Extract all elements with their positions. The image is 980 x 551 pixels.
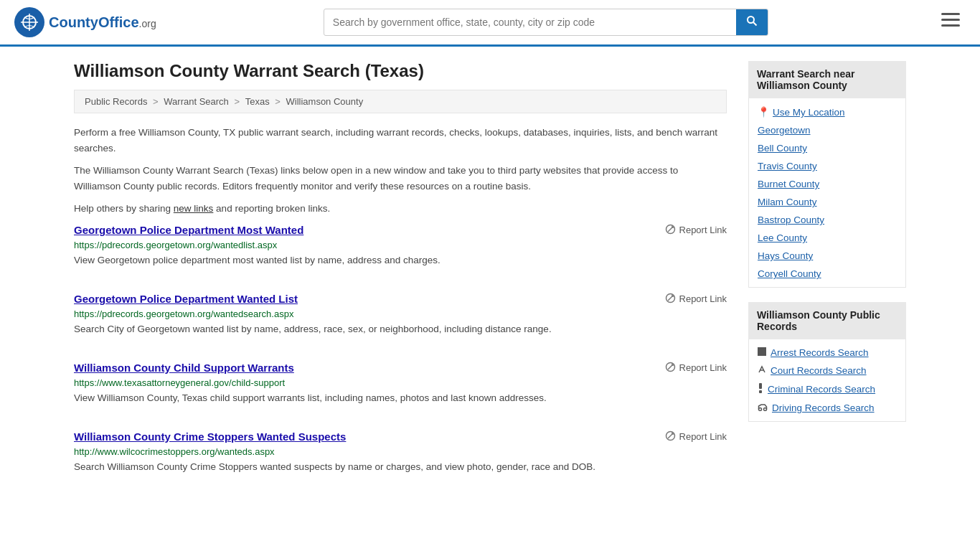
hamburger-menu[interactable]	[936, 10, 966, 34]
main-content: Williamson County Warrant Search (Texas)…	[74, 61, 727, 499]
sidebar-nearby-heading: Warrant Search near Williamson County	[748, 61, 906, 98]
record-icon-1	[758, 365, 766, 376]
search-input[interactable]	[324, 11, 736, 34]
search-button[interactable]	[736, 9, 768, 35]
result-header-2: Williamson County Child Support Warrants…	[74, 362, 727, 375]
svg-rect-6	[941, 13, 960, 15]
breadcrumb: Public Records > Warrant Search > Texas …	[74, 90, 727, 113]
breadcrumb-link-williamson[interactable]: Williamson County	[286, 96, 364, 107]
nearby-item-2: Bell County	[749, 139, 905, 157]
nearby-item-6: Bastrop County	[749, 211, 905, 229]
desc-paragraph-3: Help others by sharing new links and rep…	[74, 201, 727, 217]
record-icon-3	[758, 402, 768, 413]
location-icon: 📍	[758, 107, 770, 118]
report-link-3[interactable]: Report Link	[665, 430, 727, 443]
new-links-link[interactable]: new links	[174, 203, 214, 214]
record-link-2[interactable]: Criminal Records Search	[768, 384, 875, 395]
nearby-link-0[interactable]: Use My Location	[773, 107, 845, 118]
nearby-link-6[interactable]: Bastrop County	[758, 215, 824, 225]
breadcrumb-link-texas[interactable]: Texas	[245, 96, 270, 107]
svg-rect-8	[941, 24, 960, 27]
record-item-2: Criminal Records Search	[749, 380, 905, 399]
logo-area: CountyOffice.org	[14, 7, 156, 37]
page-title: Williamson County Warrant Search (Texas)	[74, 61, 727, 81]
result-title-0[interactable]: Georgetown Police Department Most Wanted	[74, 224, 303, 236]
nearby-link-3[interactable]: Travis County	[758, 161, 817, 171]
logo-text: CountyOffice.org	[49, 14, 156, 31]
breadcrumb-link-public-records[interactable]: Public Records	[85, 96, 147, 107]
result-url-1[interactable]: https://pdrecords.georgetown.org/wanteds…	[74, 309, 727, 319]
result-header-1: Georgetown Police Department Wanted List…	[74, 293, 727, 306]
report-icon-0	[665, 224, 676, 237]
report-link-1[interactable]: Report Link	[665, 293, 727, 306]
nearby-item-1: Georgetown	[749, 121, 905, 139]
nearby-item-5: Milam County	[749, 193, 905, 211]
nearby-item-8: Hays County	[749, 247, 905, 265]
record-link-1[interactable]: Court Records Search	[771, 365, 867, 376]
nearby-item-4: Burnet County	[749, 175, 905, 193]
svg-line-22	[668, 433, 673, 438]
result-item-3: Williamson County Crime Stoppers Wanted …	[74, 430, 727, 482]
result-item-0: Georgetown Police Department Most Wanted…	[74, 224, 727, 276]
result-url-0[interactable]: https://pdrecords.georgetown.org/wantedl…	[74, 240, 727, 250]
nearby-item-7: Lee County	[749, 229, 905, 247]
report-link-label-1: Report Link	[679, 293, 727, 304]
report-icon-2	[665, 362, 676, 375]
search-bar	[324, 9, 768, 36]
breadcrumb-sep-3: >	[275, 96, 283, 107]
report-link-2[interactable]: Report Link	[665, 362, 727, 375]
page-container: Williamson County Warrant Search (Texas)…	[60, 47, 920, 514]
nearby-link-1[interactable]: Georgetown	[758, 125, 811, 136]
nearby-link-8[interactable]: Hays County	[758, 250, 813, 261]
record-icon-2	[758, 383, 763, 395]
result-desc-1: Search City of Georgetown wanted list by…	[74, 322, 727, 337]
nearby-item-9: Coryell County	[749, 265, 905, 283]
result-desc-2: View Williamson County, Texas child supp…	[74, 391, 727, 406]
report-link-0[interactable]: Report Link	[665, 224, 727, 237]
nearby-link-5[interactable]: Milam County	[758, 197, 817, 207]
record-item-3: Driving Records Search	[749, 399, 905, 417]
breadcrumb-sep-2: >	[234, 96, 242, 107]
site-header: CountyOffice.org	[0, 0, 980, 47]
breadcrumb-link-warrant-search[interactable]: Warrant Search	[164, 96, 229, 107]
result-header-0: Georgetown Police Department Most Wanted…	[74, 224, 727, 237]
nearby-link-2[interactable]: Bell County	[758, 143, 807, 154]
record-link-0[interactable]: Arrest Records Search	[771, 347, 869, 358]
nearby-link-7[interactable]: Lee County	[758, 232, 807, 243]
breadcrumb-sep-1: >	[153, 96, 161, 107]
record-link-3[interactable]: Driving Records Search	[772, 402, 875, 413]
nearby-link-4[interactable]: Burnet County	[758, 179, 819, 189]
desc-paragraph-1: Perform a free Williamson County, TX pub…	[74, 125, 727, 156]
nearby-item-3: Travis County	[749, 157, 905, 175]
svg-line-5	[753, 22, 757, 26]
sidebar-records-box: Williamson County Public Records Arrest …	[748, 302, 906, 422]
nearby-item-0: 📍Use My Location	[749, 103, 905, 121]
svg-rect-7	[941, 19, 960, 21]
result-title-1[interactable]: Georgetown Police Department Wanted List	[74, 293, 298, 305]
nearby-link-9[interactable]: Coryell County	[758, 268, 821, 279]
svg-point-4	[748, 17, 754, 23]
result-item-2: Williamson County Child Support Warrants…	[74, 362, 727, 413]
svg-rect-27	[759, 383, 762, 389]
result-desc-3: Search Williamson County Crime Stoppers …	[74, 460, 727, 475]
result-url-3[interactable]: http://www.wilcocrimestoppers.org/wanted…	[74, 446, 727, 457]
record-icon-0	[758, 347, 766, 358]
desc-paragraph-2: The Williamson County Warrant Search (Te…	[74, 163, 727, 194]
report-link-label-3: Report Link	[679, 431, 727, 442]
report-link-label-0: Report Link	[679, 225, 727, 235]
result-title-3[interactable]: Williamson County Crime Stoppers Wanted …	[74, 430, 346, 443]
sidebar-nearby-box: Warrant Search near Williamson County 📍U…	[748, 61, 906, 288]
svg-rect-28	[759, 390, 762, 393]
sidebar-records-list: Arrest Records SearchCourt Records Searc…	[748, 339, 906, 422]
svg-line-10	[668, 227, 673, 232]
results-list: Georgetown Police Department Most Wanted…	[74, 224, 727, 482]
result-title-2[interactable]: Williamson County Child Support Warrants	[74, 362, 294, 374]
result-header-3: Williamson County Crime Stoppers Wanted …	[74, 430, 727, 443]
report-icon-1	[665, 293, 676, 306]
result-desc-0: View Georgetown police department most w…	[74, 253, 727, 268]
result-url-2[interactable]: https://www.texasattorneygeneral.gov/chi…	[74, 377, 727, 388]
sidebar-records-heading: Williamson County Public Records	[748, 302, 906, 339]
svg-line-18	[668, 364, 673, 369]
svg-rect-25	[758, 347, 766, 356]
result-item-1: Georgetown Police Department Wanted List…	[74, 293, 727, 344]
